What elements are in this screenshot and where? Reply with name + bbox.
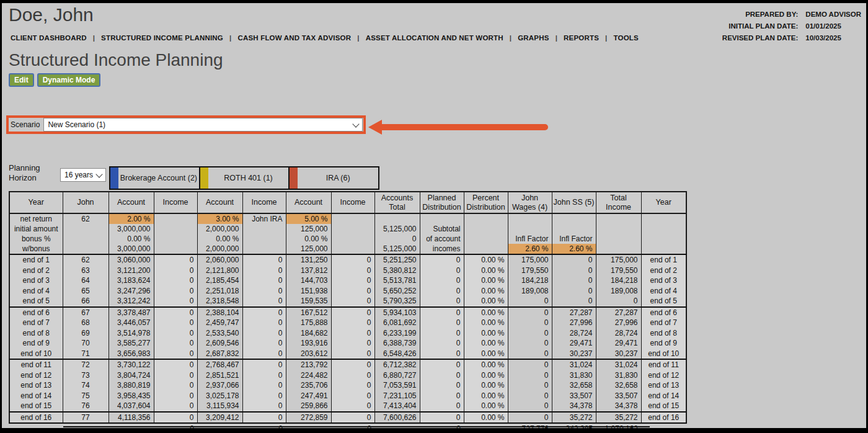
table-cell: 0 [508,296,552,307]
scenario-select[interactable]: New Scenario (1) [43,118,363,132]
table-cell: 193,916 [286,338,331,349]
table-row: net return622.00 %3.00 %John IRA5.00 % [9,213,686,224]
table-cell: 175,888 [286,318,331,328]
table-cell: 2,533,540 [197,328,242,339]
table-row: end of 10713,656,98302,687,8320203,61206… [9,349,686,360]
table-cell [63,234,108,244]
table-cell: 0 [331,391,374,401]
table-row: end of 3643,183,62402,185,4540144,70305,… [9,275,686,286]
table-cell: end of 6 [641,307,686,318]
table-cell: end of 13 [9,380,63,391]
table-cell: 0 [420,286,464,297]
table-cell: 272,859 [286,412,331,424]
table-cell: w/bonus [9,244,63,254]
table-header: YearJohnAccountIncomeAccountIncomeAccoun… [9,192,686,213]
table-cell [331,213,374,224]
table-cell: 3,958,435 [108,391,154,401]
table-cell: 0 [420,328,464,339]
table-cell: 2,459,747 [197,318,242,328]
totals-cell: 0 [154,423,197,433]
table-cell [596,234,641,244]
table-cell: 7,600,626 [374,412,420,424]
nav-item-asset-allocation-and-net-worth[interactable]: ASSET ALLOCATION AND NET WORTH [366,34,503,42]
table-cell: 7,053,591 [374,380,420,391]
table-cell: end of 16 [641,412,686,424]
table-cell: 184,218 [508,275,552,286]
dynamic-mode-button[interactable]: Dynamic Mode [37,73,101,87]
table-cell: 0 [331,275,374,286]
table-row: end of 9703,585,27702,609,5460193,91606,… [9,338,686,349]
table-cell: 4,118,356 [108,412,154,424]
table-row: end of 13743,880,81902,937,0660235,70607… [9,380,686,391]
setup-rows: net return622.00 %3.00 %John IRA5.00 %in… [9,213,686,254]
nav-item-client-dashboard[interactable]: CLIENT DASHBOARD [11,34,87,42]
totals-cell: 1,070,162 [596,423,641,433]
table-cell: 0 [242,254,286,266]
planning-horizon-select[interactable]: 16 years [60,168,106,182]
table-cell: 0.00 % [464,275,508,286]
nav-separator: | [605,34,607,42]
table-cell: 2,060,000 [197,254,242,266]
table-cell: 3,804,724 [108,370,154,381]
table-cell [154,234,197,244]
table-cell: end of 14 [641,391,686,401]
arrow-shaft [382,124,548,130]
table-cell: 2,000,000 [197,244,242,254]
table-cell: end of 4 [641,286,686,297]
table-cell: 0 [331,338,374,349]
table-cell: 3,121,200 [108,266,154,276]
table-cell: 3,000,000 [108,244,154,254]
table-cell: 0 [420,275,464,286]
table-cell: 6,081,692 [374,318,420,328]
nav-separator: | [93,34,95,42]
nav-item-tools[interactable]: TOOLS [613,34,638,42]
table-cell: 31,024 [552,359,596,370]
table-cell: 0 [331,370,374,381]
column-header: John [63,192,108,213]
scenario-highlight-box: Scenario New Scenario (1) [6,115,366,134]
table-cell: 0 [242,412,286,424]
table-cell: 2.00 % [108,213,154,224]
totals-cell: 0 [242,423,286,433]
table-cell: 5.00 % [286,213,331,224]
table-cell: 6,880,727 [374,370,420,381]
totals-row-group: 0000727,776342,3851,070,162 [9,423,686,433]
table-cell: 0 [242,328,286,339]
table-cell: 0.00 % [464,254,508,266]
table-cell: 0 [331,296,374,307]
nav-item-structured-income-planning[interactable]: STRUCTURED INCOME PLANNING [101,34,223,42]
table-cell: 4,037,604 [108,401,154,412]
table-cell: end of 2 [9,266,63,276]
table-cell: 224,482 [286,370,331,381]
table-cell: 0 [508,307,552,318]
table-cell: end of 7 [641,318,686,328]
table-cell: 0 [552,266,596,276]
table-cell: 0 [242,359,286,370]
table-cell: 63 [63,266,108,276]
table-cell: 0 [154,370,197,381]
account-section: ROTH 401 (1) [199,167,289,189]
table-cell: 5,790,325 [374,296,420,307]
table-cell: 0 [420,266,464,276]
nav-item-cash-flow-and-tax-advisor[interactable]: CASH FLOW AND TAX ADVISOR [237,34,351,42]
table-cell: 3,209,412 [197,412,242,424]
table-cell: 28,724 [552,328,596,339]
client-name: Doe, John [9,4,94,25]
planning-horizon-label: Planning Horizon [9,163,45,183]
table-cell: 0 [242,338,286,349]
nav-item-graphs[interactable]: GRAPHS [518,34,549,42]
table-cell: 0.00 % [464,370,508,381]
edit-button[interactable]: Edit [9,73,34,87]
table-cell: 0 [154,380,197,391]
table-cell [641,224,686,234]
table-cell: 0 [331,359,374,370]
table-cell: 0.00 % [197,234,242,244]
table-cell: 0 [508,349,552,360]
table-cell: 247,491 [286,391,331,401]
app-window: Doe, John PREPARED BY:DEMO ADVISORINITIA… [0,0,868,433]
nav-item-reports[interactable]: REPORTS [564,34,599,42]
table-cell: 259,866 [286,401,331,412]
table-cell: 0.00 % [464,318,508,328]
table-cell: 0 [420,412,464,424]
meta-value: 10/03/2025 [805,34,861,42]
